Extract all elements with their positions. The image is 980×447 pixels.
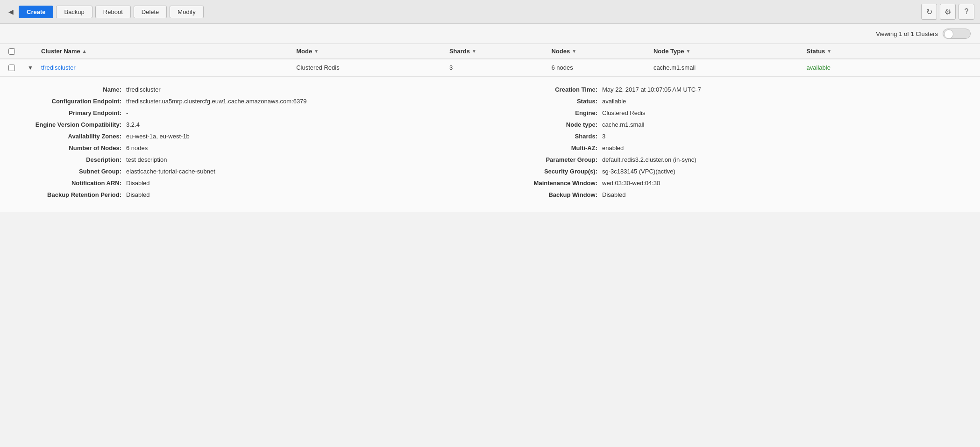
detail-value: - bbox=[126, 109, 128, 116]
detail-row: Name: tfrediscluster bbox=[23, 86, 481, 93]
help-button[interactable]: ? bbox=[959, 4, 974, 20]
detail-row: Notification ARN: Disabled bbox=[23, 180, 481, 187]
create-button[interactable]: Create bbox=[19, 6, 53, 18]
detail-label: Availability Zones: bbox=[23, 133, 126, 140]
detail-label: Backup Window: bbox=[499, 191, 602, 198]
header-checkbox-cell bbox=[0, 48, 23, 55]
col-shards[interactable]: Shards ▼ bbox=[449, 48, 551, 55]
detail-row: Multi-AZ: enabled bbox=[499, 144, 957, 151]
row-cluster-name: tfrediscluster bbox=[37, 64, 296, 71]
detail-value: available bbox=[602, 98, 626, 105]
status-dropdown-icon: ▼ bbox=[827, 49, 831, 54]
col-nodes-label: Nodes bbox=[551, 48, 570, 55]
row-mode: Clustered Redis bbox=[296, 64, 449, 71]
modify-button[interactable]: Modify bbox=[170, 6, 203, 18]
col-mode-label: Mode bbox=[296, 48, 312, 55]
detail-left-col: Name: tfrediscluster Configuration Endpo… bbox=[14, 86, 490, 203]
row-shards: 3 bbox=[449, 64, 551, 71]
cluster-name-link[interactable]: tfrediscluster bbox=[41, 64, 76, 71]
detail-row: Status: available bbox=[499, 98, 957, 105]
detail-label: Creation Time: bbox=[499, 86, 602, 93]
detail-value: 3 bbox=[602, 133, 605, 140]
detail-label: Backup Retention Period: bbox=[23, 191, 126, 198]
col-status-label: Status bbox=[807, 48, 825, 55]
detail-row: Backup Retention Period: Disabled bbox=[23, 191, 481, 198]
detail-label: Multi-AZ: bbox=[499, 144, 602, 151]
delete-button[interactable]: Delete bbox=[134, 6, 167, 18]
table-row: ▼ tfrediscluster Clustered Redis 3 6 nod… bbox=[0, 59, 980, 76]
detail-label: Configuration Endpoint: bbox=[23, 98, 126, 105]
detail-row: Primary Endpoint: - bbox=[23, 109, 481, 116]
detail-value: cache.m1.small bbox=[602, 121, 644, 128]
detail-label: Primary Endpoint: bbox=[23, 109, 126, 116]
detail-panel: Name: tfrediscluster Configuration Endpo… bbox=[0, 76, 980, 212]
col-status[interactable]: Status ▼ bbox=[807, 48, 929, 55]
detail-value: Clustered Redis bbox=[602, 109, 646, 116]
detail-row: Shards: 3 bbox=[499, 133, 957, 140]
detail-label: Engine: bbox=[499, 109, 602, 116]
toolbar: ◀ Create Backup Reboot Delete Modify ↻ ⚙… bbox=[0, 0, 980, 24]
col-node-type[interactable]: Node Type ▼ bbox=[653, 48, 807, 55]
detail-value: default.redis3.2.cluster.on (in-sync) bbox=[602, 156, 696, 163]
sort-up-icon: ▲ bbox=[82, 49, 87, 54]
detail-value: elasticache-tutorial-cache-subnet bbox=[126, 168, 215, 175]
row-expand-cell[interactable]: ▼ bbox=[23, 65, 37, 71]
detail-row: Engine: Clustered Redis bbox=[499, 109, 957, 116]
settings-button[interactable]: ⚙ bbox=[940, 4, 956, 20]
detail-row: Creation Time: May 22, 2017 at 10:07:05 … bbox=[499, 86, 957, 93]
row-checkbox[interactable] bbox=[8, 65, 15, 71]
detail-row: Configuration Endpoint: tfrediscluster.u… bbox=[23, 98, 481, 105]
detail-label: Maintenance Window: bbox=[499, 180, 602, 187]
detail-label: Notification ARN: bbox=[23, 180, 126, 187]
col-cluster-name-label: Cluster Name bbox=[41, 48, 80, 55]
col-shards-label: Shards bbox=[449, 48, 470, 55]
detail-row: Security Group(s): sg-3c183145 (VPC)(act… bbox=[499, 168, 957, 175]
nav-back-arrow[interactable]: ◀ bbox=[6, 7, 16, 17]
detail-value: Disabled bbox=[126, 180, 150, 187]
backup-button[interactable]: Backup bbox=[56, 6, 92, 18]
detail-row: Subnet Group: elasticache-tutorial-cache… bbox=[23, 168, 481, 175]
detail-label: Status: bbox=[499, 98, 602, 105]
detail-row: Maintenance Window: wed:03:30-wed:04:30 bbox=[499, 180, 957, 187]
table-header: Cluster Name ▲ Mode ▼ Shards ▼ Nodes ▼ N… bbox=[0, 44, 980, 59]
select-all-checkbox[interactable] bbox=[8, 48, 15, 55]
col-cluster-name[interactable]: Cluster Name ▲ bbox=[37, 48, 296, 55]
detail-value: 3.2.4 bbox=[126, 121, 140, 128]
detail-value: 6 nodes bbox=[126, 144, 148, 151]
row-nodes: 6 nodes bbox=[551, 64, 653, 71]
detail-row: Description: test description bbox=[23, 156, 481, 163]
detail-label: Node type: bbox=[499, 121, 602, 128]
settings-icon: ⚙ bbox=[944, 7, 951, 16]
detail-label: Description: bbox=[23, 156, 126, 163]
col-mode[interactable]: Mode ▼ bbox=[296, 48, 449, 55]
node-type-dropdown-icon: ▼ bbox=[686, 49, 690, 54]
refresh-button[interactable]: ↻ bbox=[921, 4, 937, 20]
mode-dropdown-icon: ▼ bbox=[314, 49, 319, 54]
detail-row: Parameter Group: default.redis3.2.cluste… bbox=[499, 156, 957, 163]
detail-value: tfrediscluster.ua5mrp.clustercfg.euw1.ca… bbox=[126, 98, 307, 105]
detail-grid: Name: tfrediscluster Configuration Endpo… bbox=[14, 86, 966, 203]
col-node-type-label: Node Type bbox=[653, 48, 684, 55]
main-content: Viewing 1 of 1 Clusters Cluster Name ▲ M… bbox=[0, 24, 980, 212]
detail-value: wed:03:30-wed:04:30 bbox=[602, 180, 660, 187]
row-node-type: cache.m1.small bbox=[653, 64, 807, 71]
detail-label: Security Group(s): bbox=[499, 168, 602, 175]
detail-value: test description bbox=[126, 156, 167, 163]
reboot-button[interactable]: Reboot bbox=[95, 6, 131, 18]
viewing-bar: Viewing 1 of 1 Clusters bbox=[0, 24, 980, 44]
detail-label: Name: bbox=[23, 86, 126, 93]
toolbar-right: ↻ ⚙ ? bbox=[921, 4, 974, 20]
detail-value: May 22, 2017 at 10:07:05 AM UTC-7 bbox=[602, 86, 701, 93]
col-nodes[interactable]: Nodes ▼ bbox=[551, 48, 653, 55]
detail-right-col: Creation Time: May 22, 2017 at 10:07:05 … bbox=[490, 86, 966, 203]
expand-arrow-icon[interactable]: ▼ bbox=[28, 65, 33, 71]
detail-label: Shards: bbox=[499, 133, 602, 140]
shards-dropdown-icon: ▼ bbox=[472, 49, 476, 54]
detail-value: Disabled bbox=[602, 191, 626, 198]
detail-row: Availability Zones: eu-west-1a, eu-west-… bbox=[23, 133, 481, 140]
view-toggle[interactable] bbox=[943, 29, 971, 39]
detail-value: enabled bbox=[602, 144, 624, 151]
detail-value: tfrediscluster bbox=[126, 86, 161, 93]
detail-label: Number of Nodes: bbox=[23, 144, 126, 151]
row-checkbox-cell bbox=[0, 65, 23, 71]
